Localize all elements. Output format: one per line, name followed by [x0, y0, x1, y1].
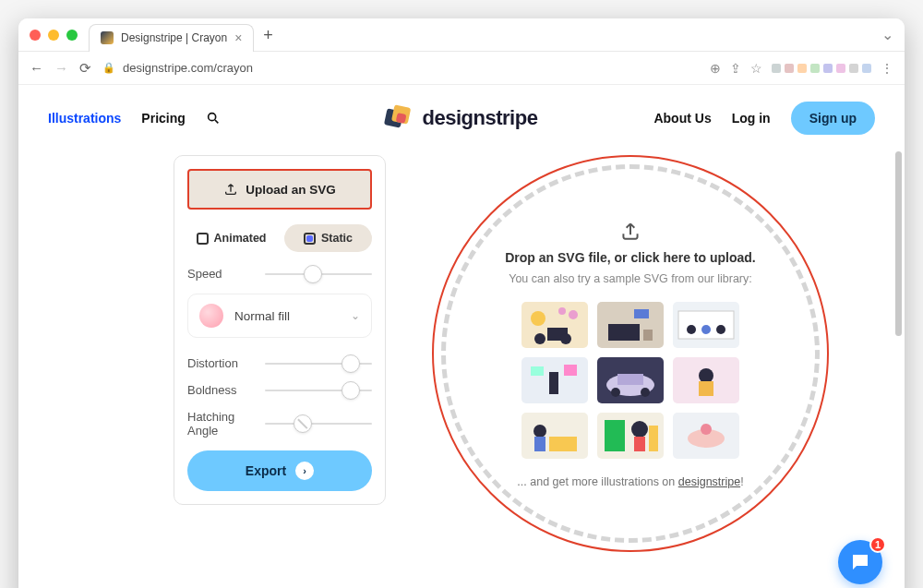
svg-rect-19 [617, 374, 643, 385]
hatching-label: Hatching Angle [187, 410, 254, 438]
nav-login[interactable]: Log in [732, 111, 771, 126]
chat-badge: 1 [869, 536, 886, 553]
radio-icon [197, 233, 209, 245]
sample-grid [521, 302, 739, 459]
chat-icon [849, 551, 871, 573]
search-icon[interactable] [206, 111, 221, 126]
svg-rect-27 [605, 420, 625, 451]
browser-toolbar: ← → ⟳ 🔒 designstripe.com/crayon ⊕ ⇪ ☆ ⋮ [18, 52, 905, 85]
chevron-down-icon[interactable]: ⌄ [881, 26, 893, 43]
svg-point-28 [631, 421, 648, 438]
svg-point-32 [701, 424, 712, 435]
svg-rect-26 [534, 437, 545, 451]
boldness-slider[interactable]: Boldness [187, 383, 372, 397]
url-text: designstripe.com/crayon [123, 61, 253, 75]
maximize-window-button[interactable] [66, 30, 78, 41]
svg-point-13 [701, 325, 711, 334]
sample-thumb[interactable] [521, 413, 588, 459]
svg-rect-16 [549, 372, 558, 394]
svg-point-21 [641, 388, 650, 397]
svg-rect-30 [649, 426, 658, 451]
nav-illustrations[interactable]: Illustrations [48, 111, 121, 126]
chevron-down-icon: ⌄ [351, 309, 360, 322]
dropzone[interactable]: Drop an SVG file, or click here to uploa… [432, 155, 829, 552]
toggle-static[interactable]: Static [284, 224, 372, 252]
svg-point-4 [534, 333, 545, 344]
hatching-slider[interactable]: Hatching Angle [187, 410, 372, 438]
reload-button[interactable]: ⟳ [79, 60, 91, 77]
svg-rect-15 [531, 366, 544, 376]
tab-title: Designstripe | Crayon [121, 31, 227, 44]
extension-icons [772, 64, 871, 73]
share-icon[interactable]: ⇪ [730, 61, 741, 76]
minimize-window-button[interactable] [48, 30, 59, 41]
nav-pricing[interactable]: Pricing [141, 111, 185, 126]
svg-point-0 [208, 114, 215, 121]
svg-rect-8 [634, 309, 649, 318]
dropzone-subtitle: You can also try a sample SVG from our l… [509, 272, 752, 285]
fill-dropdown[interactable]: Normal fill ⌄ [187, 294, 372, 338]
tab-close-icon[interactable]: × [234, 30, 242, 45]
close-window-button[interactable] [30, 30, 41, 41]
distortion-slider[interactable]: Distortion [187, 356, 372, 370]
sample-thumb[interactable] [673, 302, 739, 348]
brand-logo[interactable]: designstripe [386, 104, 538, 132]
sample-thumb[interactable] [521, 302, 588, 348]
controls-panel: Upload an SVG Animated Static Sp [174, 155, 386, 505]
vertical-scrollbar[interactable] [895, 151, 902, 336]
nav-about[interactable]: About Us [653, 111, 711, 126]
bookmark-icon[interactable]: ☆ [750, 61, 762, 76]
upload-icon [223, 182, 238, 197]
svg-rect-10 [643, 330, 653, 341]
menu-icon[interactable]: ⋮ [881, 61, 893, 76]
toggle-animated[interactable]: Animated [187, 224, 275, 252]
fill-swatch-icon [199, 304, 223, 328]
chat-widget-button[interactable]: 1 [838, 540, 882, 584]
new-tab-button[interactable]: + [263, 27, 273, 43]
upload-icon [618, 219, 642, 243]
signup-button[interactable]: Sign up [791, 102, 875, 135]
site-header: Illustrations Pricing designstripe About… [44, 85, 879, 155]
window-controls [30, 30, 78, 41]
back-button[interactable]: ← [30, 60, 43, 76]
speed-slider[interactable]: Speed [187, 267, 372, 281]
sample-thumb[interactable] [597, 357, 664, 403]
svg-point-22 [699, 368, 713, 383]
sample-thumb[interactable] [597, 413, 664, 459]
translate-icon[interactable]: ⊕ [710, 61, 721, 76]
browser-tab[interactable]: Designstripe | Crayon × [89, 24, 254, 52]
svg-rect-29 [634, 437, 645, 451]
svg-rect-24 [549, 437, 577, 451]
upload-svg-button[interactable]: Upload an SVG [187, 169, 372, 210]
svg-rect-23 [699, 381, 713, 396]
svg-point-14 [716, 325, 725, 334]
svg-rect-9 [608, 324, 640, 341]
svg-point-2 [531, 311, 545, 326]
toolbar-actions: ⊕ ⇪ ☆ ⋮ [710, 61, 893, 76]
export-label: Export [246, 463, 286, 478]
sample-thumb[interactable] [597, 302, 664, 348]
fill-label: Normal fill [234, 309, 340, 323]
dropzone-title: Drop an SVG file, or click here to uploa… [505, 250, 756, 265]
address-bar[interactable]: 🔒 designstripe.com/crayon [102, 61, 699, 75]
svg-line-1 [215, 120, 218, 123]
window-titlebar: Designstripe | Crayon × + ⌄ [18, 18, 905, 52]
toggle-static-label: Static [321, 232, 353, 245]
export-button[interactable]: Export › [187, 450, 372, 491]
svg-point-7 [558, 307, 566, 315]
distortion-label: Distortion [187, 356, 254, 370]
svg-rect-17 [564, 365, 577, 376]
boldness-label: Boldness [187, 383, 254, 397]
sample-thumb[interactable] [673, 357, 739, 403]
dropzone-footer: ... and get more illustrations on design… [517, 475, 743, 488]
sample-thumb[interactable] [673, 413, 739, 459]
speed-label: Speed [187, 267, 254, 281]
svg-point-6 [569, 310, 578, 319]
svg-point-12 [687, 325, 696, 334]
svg-point-20 [611, 388, 620, 397]
upload-label: Upload an SVG [246, 183, 336, 197]
sample-thumb[interactable] [521, 357, 588, 403]
designstripe-link[interactable]: designstripe [678, 475, 740, 488]
toggle-animated-label: Animated [214, 232, 267, 245]
forward-button[interactable]: → [54, 60, 68, 76]
